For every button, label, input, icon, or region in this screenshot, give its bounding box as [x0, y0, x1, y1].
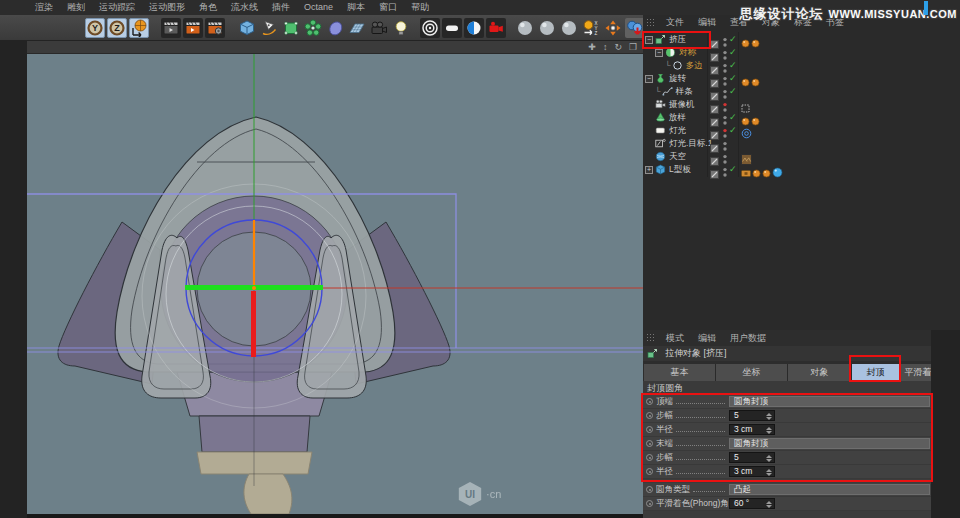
object-manager-menu-item[interactable]: 文件	[659, 18, 691, 27]
deformer-button[interactable]	[325, 18, 345, 38]
attribute-spinner[interactable]: 5	[729, 410, 775, 421]
object-row[interactable]: 摄像机	[643, 98, 960, 111]
tree-expander-icon[interactable]: −	[645, 36, 653, 44]
enabled-check-icon[interactable]: ✓	[729, 85, 737, 98]
center-axis-button[interactable]	[603, 18, 623, 38]
menubar-item[interactable]: 运动跟踪	[92, 3, 142, 12]
visibility-dots-icon[interactable]	[722, 164, 728, 182]
drop-to-floor-button[interactable]	[625, 18, 645, 38]
animation-toggle-icon[interactable]	[646, 500, 653, 507]
object-row[interactable]: └样条✓	[643, 85, 960, 98]
object-manager-menu-item[interactable]: 查看	[723, 18, 755, 27]
animation-toggle-icon[interactable]	[646, 398, 653, 405]
attribute-menu-item[interactable]: 用户数据	[723, 334, 773, 343]
attribute-spinner[interactable]: 3 cm	[729, 424, 775, 435]
tab-2[interactable]: 对象	[788, 364, 852, 381]
enabled-check-icon[interactable]: ✓	[729, 72, 737, 85]
enabled-check-icon[interactable]: ✓	[729, 163, 737, 176]
workplane-axis-button[interactable]: XYZ	[581, 18, 601, 38]
sds-tag[interactable]	[772, 164, 783, 182]
animation-toggle-icon[interactable]	[646, 426, 653, 433]
attribute-menu-item[interactable]: 模式	[659, 334, 691, 343]
texture-tag[interactable]	[741, 164, 751, 182]
camera-button[interactable]	[369, 18, 389, 38]
material-ball-3[interactable]	[559, 18, 579, 38]
animation-toggle-icon[interactable]	[646, 454, 653, 461]
stepper-arrows-icon[interactable]	[766, 427, 772, 434]
object-row[interactable]: └多边✓	[643, 59, 960, 72]
tree-expander-icon[interactable]: −	[645, 75, 653, 83]
enabled-check-icon[interactable]: ✓	[729, 111, 737, 124]
render-view-button[interactable]	[161, 18, 181, 38]
spline-pen-button[interactable]	[259, 18, 279, 38]
panel-grip-icon[interactable]	[646, 333, 655, 342]
object-manager-menu-item[interactable]: 书签	[819, 18, 851, 27]
object-manager-menu-item[interactable]: 对象	[755, 18, 787, 27]
menubar-item[interactable]: 雕刻	[60, 3, 92, 12]
tree-expander-icon[interactable]: +	[645, 166, 653, 174]
animation-toggle-icon[interactable]	[646, 412, 653, 419]
attribute-spinner[interactable]: 3 cm	[729, 466, 775, 477]
octane-materials-button[interactable]	[464, 18, 484, 38]
stepper-arrows-icon[interactable]	[766, 501, 772, 508]
tab-4[interactable]: 平滑着色(Ph	[900, 364, 931, 381]
stepper-arrows-icon[interactable]	[766, 455, 772, 462]
tab-1[interactable]: 坐标	[716, 364, 788, 381]
generator-subdivision-button[interactable]	[281, 18, 301, 38]
menubar-item[interactable]: 插件	[265, 3, 297, 12]
object-row[interactable]: 灯光✓	[643, 124, 960, 137]
menubar-item[interactable]: 角色	[192, 3, 224, 12]
light-button[interactable]	[391, 18, 411, 38]
menubar-item[interactable]: 运动图形	[142, 3, 192, 12]
object-row[interactable]: 天空	[643, 150, 960, 163]
menubar-item[interactable]: 窗口	[372, 3, 404, 12]
panel-grip-icon[interactable]	[646, 18, 655, 27]
octane-live-viewer-button[interactable]	[420, 18, 440, 38]
material-ball-2[interactable]	[537, 18, 557, 38]
object-manager-menu-item[interactable]: 编辑	[691, 18, 723, 27]
enabled-check-icon[interactable]: ✓	[729, 59, 737, 72]
animation-toggle-icon[interactable]	[646, 486, 653, 493]
attribute-dropdown[interactable]: 圆角封顶	[729, 438, 930, 449]
stepper-arrows-icon[interactable]	[766, 469, 772, 476]
edit-toggle-icon[interactable]	[710, 165, 719, 183]
zoom-view-icon[interactable]: ↕	[603, 43, 608, 52]
stepper-arrows-icon[interactable]	[766, 413, 772, 420]
material-ball-1[interactable]	[515, 18, 535, 38]
pan-view-icon[interactable]: ✚	[588, 43, 596, 52]
axis-y-lock-button[interactable]: Y	[85, 18, 105, 38]
octane-camera-button[interactable]	[486, 18, 506, 38]
object-manager-menu-item[interactable]: 标签	[787, 18, 819, 27]
mograph-button[interactable]	[303, 18, 323, 38]
object-row[interactable]: 放样✓	[643, 111, 960, 124]
add-primitive-cube-button[interactable]	[237, 18, 257, 38]
floor-button[interactable]	[347, 18, 367, 38]
tab-caps-selected[interactable]: 封顶	[852, 364, 900, 381]
tab-0[interactable]: 基本	[644, 364, 716, 381]
phong-tag[interactable]	[752, 164, 761, 182]
menubar-item[interactable]: 流水线	[224, 3, 265, 12]
attribute-spinner[interactable]: 5	[729, 452, 775, 463]
object-row[interactable]: −旋转✓	[643, 72, 960, 85]
viewport-canvas[interactable]: UI ·cn	[27, 54, 643, 514]
enabled-check-icon[interactable]: ✓	[729, 124, 737, 137]
object-row[interactable]: 灯光.目标.1	[643, 137, 960, 150]
attribute-menu-item[interactable]: 编辑	[691, 334, 723, 343]
toggle-view-icon[interactable]: ❐	[629, 43, 637, 52]
animation-toggle-icon[interactable]	[646, 440, 653, 447]
animation-toggle-icon[interactable]	[646, 468, 653, 475]
object-row[interactable]: +L型板✓	[643, 163, 960, 176]
enabled-check-icon[interactable]: ✓	[729, 46, 737, 59]
phong-tag[interactable]	[762, 164, 771, 182]
rotate-view-icon[interactable]: ↻	[614, 43, 622, 52]
object-row[interactable]: −挤压✓	[643, 33, 960, 46]
enabled-check-icon[interactable]: ✓	[729, 33, 737, 46]
attribute-dropdown[interactable]: 圆角封顶	[729, 396, 930, 407]
attribute-dropdown[interactable]: 凸起	[729, 484, 930, 495]
octane-objects-button[interactable]	[442, 18, 462, 38]
render-picture-viewer-button[interactable]	[183, 18, 203, 38]
attribute-spinner[interactable]: 60 °	[729, 498, 775, 509]
menubar-item[interactable]: Octane	[297, 3, 340, 12]
coordinate-system-button[interactable]	[129, 18, 149, 38]
object-row[interactable]: −对称✓	[643, 46, 960, 59]
